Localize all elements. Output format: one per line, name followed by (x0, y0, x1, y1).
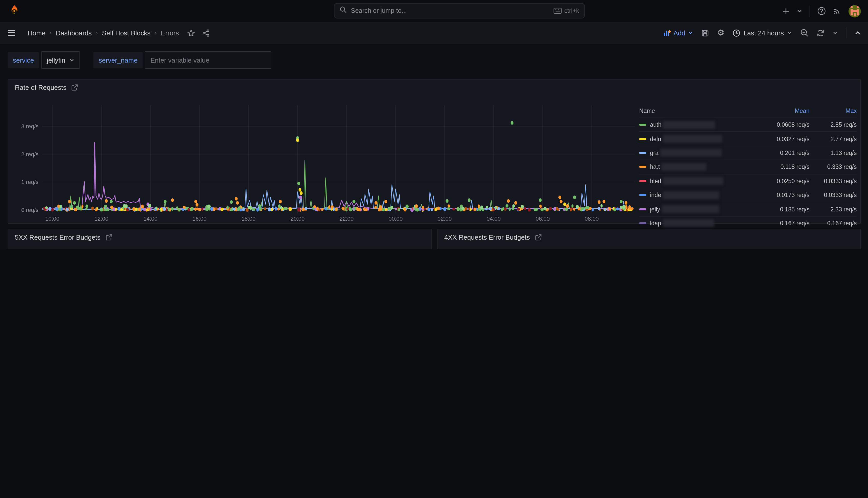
legend-header: NameMeanMax (639, 104, 857, 118)
series-color-swatch (639, 208, 646, 210)
zoom-out-icon[interactable] (800, 29, 809, 37)
legend-value: 0.118 req/s (755, 164, 810, 170)
legend-row[interactable]: ha.t0.118 req/s0.333 req/s (639, 160, 857, 174)
x-axis-tick-label: 08:00 (585, 215, 599, 222)
redacted-series-name (663, 219, 714, 227)
breadcrumb-dashboards[interactable]: Dashboards (56, 29, 92, 37)
divider (846, 27, 846, 39)
x-axis-tick-label: 10:00 (45, 215, 59, 222)
legend-value: 0.167 req/s (755, 220, 810, 226)
external-link-icon[interactable] (71, 84, 78, 91)
variable-server-name-input[interactable]: Enter variable value (145, 51, 271, 69)
dashboard-toolbar: Home › Dashboards › Self Host Blocks › E… (0, 22, 868, 44)
refresh-icon[interactable] (817, 29, 824, 37)
legend-value: 2.33 req/s (810, 206, 857, 212)
external-link-icon[interactable] (106, 234, 112, 241)
series-color-swatch (639, 138, 646, 140)
help-icon[interactable] (817, 7, 826, 15)
share-icon[interactable] (202, 29, 210, 37)
4xx-chart[interactable]: 60%70%80%90%100%12:0016:0020:0000:0004:0… (442, 247, 670, 249)
save-dashboard-button[interactable] (701, 29, 709, 37)
series-color-swatch (639, 152, 646, 154)
legend-value: 0.185 req/s (755, 206, 810, 212)
top-nav-bar: Search or jump to... ctrl+k (0, 0, 868, 23)
series-color-swatch (639, 222, 646, 224)
chevron-down-icon (69, 57, 75, 63)
legend-value: 0.201 req/s (755, 150, 810, 156)
legend-value: 0.0608 req/s (755, 122, 810, 128)
series-name-prefix: inde (650, 192, 661, 198)
series-name-prefix: auth (650, 122, 662, 128)
x-axis-tick-label: 12:00 (94, 215, 108, 222)
add-button[interactable]: Add (663, 29, 693, 37)
redacted-series-name (660, 149, 722, 157)
series-color-swatch (639, 124, 646, 126)
breadcrumb-current: Errors (161, 29, 179, 37)
x-axis-tick-label: 18:00 (241, 215, 255, 222)
variable-service-select[interactable]: jellyfin (41, 51, 80, 69)
external-link-icon[interactable] (535, 234, 542, 241)
redacted-series-name (663, 177, 723, 185)
redacted-series-name (663, 121, 716, 129)
breadcrumb-home[interactable]: Home (28, 29, 45, 37)
x-axis-tick-label: 04:00 (486, 215, 501, 222)
time-range-picker[interactable]: Last 24 hours (733, 29, 792, 37)
5xx-chart[interactable]: 20%40%60%80%100%12:0016:0020:0000:0004:0… (12, 247, 246, 249)
shortcut-hint: ctrl+k (553, 7, 579, 14)
new-chevron-down-icon[interactable] (797, 8, 802, 14)
series-name-prefix: delu (650, 136, 661, 142)
breadcrumb-folder[interactable]: Self Host Blocks (102, 29, 150, 37)
grafana-logo[interactable] (7, 4, 21, 18)
rate-legend: NameMeanMaxauth0.0608 req/s2.85 req/sdel… (639, 104, 857, 230)
y-axis-tick-label: 2 req/s (21, 151, 39, 158)
series-name-prefix: ha.t (650, 164, 660, 170)
collapse-caret-up-icon[interactable] (855, 30, 861, 36)
legend-value: 0.0327 req/s (755, 136, 810, 142)
refresh-interval-chevron-icon[interactable] (832, 30, 838, 36)
breadcrumb-separator: › (155, 29, 157, 37)
legend-row[interactable]: hled0.0250 req/s0.0333 req/s (639, 174, 857, 188)
legend-header-name[interactable]: Name (639, 108, 755, 114)
chevron-down-icon (787, 30, 792, 36)
legend-row[interactable]: inde0.0173 req/s0.0333 req/s (639, 188, 857, 202)
series-color-swatch (639, 180, 646, 182)
breadcrumb-separator: › (50, 29, 52, 37)
grafana-dashboard: Search or jump to... ctrl+k (0, 0, 868, 249)
x-axis-tick-label: 16:00 (192, 215, 206, 222)
dashboard-settings-gear-icon[interactable]: ⚙ (717, 29, 725, 37)
clock-icon (733, 29, 740, 37)
search-placeholder: Search or jump to... (351, 7, 553, 14)
legend-value: 2.85 req/s (810, 122, 857, 128)
user-avatar[interactable] (849, 5, 861, 17)
favorite-star-icon[interactable] (187, 29, 195, 37)
variables-row: service jellyfin server_name Enter varia… (8, 51, 271, 69)
panel-title[interactable]: Rate of Requests (15, 84, 78, 91)
legend-value: 0.0173 req/s (755, 192, 810, 198)
legend-value: 1.13 req/s (810, 150, 857, 156)
legend-row[interactable]: auth0.0608 req/s2.85 req/s (639, 118, 857, 132)
legend-value: 0.0333 req/s (810, 178, 857, 184)
x-axis-tick-label: 22:00 (339, 215, 354, 222)
series-color-swatch (639, 194, 646, 196)
breadcrumb-separator: › (96, 29, 98, 37)
legend-value: 0.0250 req/s (755, 178, 810, 184)
legend-row[interactable]: ldap0.167 req/s0.167 req/s (639, 216, 857, 230)
new-plus-button[interactable] (782, 8, 789, 15)
legend-value: 0.167 req/s (810, 220, 857, 226)
menu-hamburger-icon[interactable] (7, 29, 15, 37)
redacted-series-name (661, 163, 706, 171)
series-name-prefix: gra (650, 150, 658, 156)
panel-title[interactable]: 5XX Requests Error Budgets (15, 234, 112, 241)
legend-row[interactable]: jelly0.185 req/s2.33 req/s (639, 202, 857, 216)
legend-row[interactable]: gra0.201 req/s1.13 req/s (639, 146, 857, 160)
panel-title[interactable]: 4XX Requests Error Budgets (444, 234, 542, 241)
news-rss-icon[interactable] (833, 7, 841, 15)
legend-header-mean[interactable]: Mean (755, 108, 810, 114)
series-name-prefix: ldap (650, 220, 661, 226)
legend-value: 0.0333 req/s (810, 192, 857, 198)
search-input[interactable]: Search or jump to... ctrl+k (334, 3, 585, 18)
search-icon (339, 6, 347, 15)
redacted-series-name (662, 205, 719, 213)
legend-header-max[interactable]: Max (810, 108, 857, 114)
legend-row[interactable]: delu0.0327 req/s2.77 req/s (639, 132, 857, 146)
